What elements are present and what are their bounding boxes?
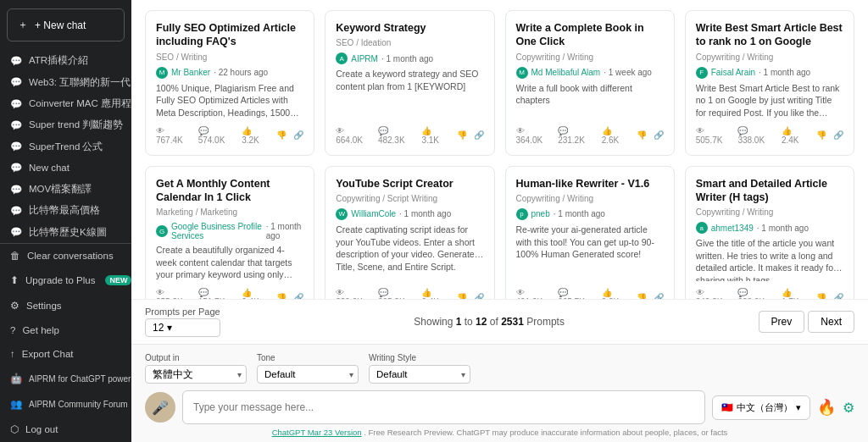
- sidebar-item-label: SuperTrend 公式: [29, 141, 103, 153]
- aiprm-fire-button[interactable]: 🔥: [817, 398, 836, 417]
- writing-style-select[interactable]: Default: [369, 365, 470, 384]
- sidebar-item-btchist[interactable]: 💬 比特幣歷史K線圖: [0, 222, 131, 243]
- author-avatar: F: [696, 67, 708, 79]
- author-time: · 1 month ago: [266, 222, 304, 240]
- author-avatar: M: [516, 67, 528, 79]
- card-stats: 👁 401.2K 💬 265.7K 👍 2.3K 👎 🔗: [516, 288, 664, 299]
- card-desc: Create a beautifully organized 4-week co…: [156, 244, 303, 281]
- tone-select[interactable]: Default: [257, 365, 359, 384]
- sidebar-item-upgrade[interactable]: ⬆ Upgrade to Plus NEW: [0, 268, 131, 293]
- author-name[interactable]: Faisal Arain: [711, 68, 755, 77]
- output-select[interactable]: 繁體中文: [145, 365, 247, 384]
- cards-area: Fully SEO Optimized Article including FA…: [131, 0, 868, 299]
- chat-input[interactable]: [182, 390, 705, 424]
- author-time: · 1 week ago: [604, 68, 652, 77]
- card-author: M Md Melibaful Alam · 1 week ago: [516, 67, 664, 79]
- aiprm-settings-button[interactable]: ⚙: [843, 400, 854, 416]
- input-row: 🎤 🇹🇼 中文（台灣） ▾ 🔥 ⚙: [145, 390, 854, 424]
- plus-icon: ＋: [18, 18, 28, 32]
- card-category: Marketing / Marketing: [156, 207, 303, 217]
- author-name[interactable]: pneb: [531, 209, 550, 218]
- author-time: · 1 month ago: [381, 54, 433, 64]
- to-label: to: [465, 316, 476, 328]
- stat-comments: 💬 338.0K: [737, 126, 775, 145]
- author-avatar: a: [696, 222, 708, 234]
- stat-views: 👁 255.3K: [156, 288, 192, 299]
- author-name[interactable]: WilliamCole: [351, 209, 396, 218]
- gear-icon: ⚙: [10, 300, 19, 312]
- sidebar-item-coinverter[interactable]: 💬 Coinverter MAC 應用程式: [0, 93, 131, 114]
- bottom-panel: Output in 繁體中文 Tone Default Writing Styl…: [131, 344, 868, 442]
- new-chat-button[interactable]: ＋ + New chat: [7, 8, 125, 41]
- card-author: W WilliamCole · 1 month ago: [336, 208, 483, 220]
- author-name[interactable]: ahmet1349: [711, 224, 754, 233]
- stat-views: 👁 767.4K: [156, 126, 192, 145]
- sidebar-item-newchat[interactable]: 💬 New chat: [0, 157, 131, 179]
- stat-views: 👁 339.8K: [336, 288, 371, 299]
- pagination-info: Showing 1 to 12 of 2531 Prompts: [414, 316, 565, 328]
- showing-label: Showing: [414, 316, 453, 328]
- author-name[interactable]: Md Melibaful Alam: [531, 68, 601, 77]
- stat-link: 🔗: [833, 130, 843, 140]
- cards-grid: Fully SEO Optimized Article including FA…: [145, 10, 854, 299]
- sidebar-item-settings[interactable]: ⚙ Settings: [0, 293, 131, 318]
- card-3[interactable]: Write Best Smart Article Best to rank no…: [685, 10, 854, 156]
- new-badge: NEW: [105, 275, 131, 285]
- card-category: SEO / Ideation: [336, 38, 483, 47]
- author-name[interactable]: Google Business Profile Services: [171, 222, 263, 240]
- help-label: Get help: [22, 325, 58, 335]
- card-title: Fully SEO Optimized Article including FA…: [156, 21, 303, 49]
- sidebar-item-community[interactable]: 👥 AIPRM Community Forum: [0, 391, 131, 417]
- sidebar-item-help[interactable]: ? Get help: [0, 318, 131, 342]
- sidebar-item-supertf[interactable]: 💬 SuperTrend 公式: [0, 136, 131, 157]
- chat-icon: 💬: [10, 162, 22, 174]
- sidebar-item-export[interactable]: ↑ Export Chat: [0, 342, 131, 366]
- card-category: Copywriting / Script Writing: [336, 194, 483, 203]
- card-author: G Google Business Profile Services · 1 m…: [156, 222, 303, 240]
- next-button[interactable]: Next: [808, 311, 854, 333]
- author-time: · 1 month ago: [399, 209, 451, 218]
- card-title: Human-like Rewriter - V1.6: [516, 177, 664, 191]
- card-2[interactable]: Write a Complete Book in One Click Copyw…: [505, 10, 675, 156]
- sidebar-item-logout[interactable]: ⬡ Log out: [0, 417, 131, 442]
- perpage-select[interactable]: 12 ▾: [145, 318, 220, 337]
- output-row: Output in 繁體中文 Tone Default Writing Styl…: [145, 353, 854, 384]
- card-category: Copywriting / Writing: [516, 52, 664, 62]
- sidebar-item-atr[interactable]: 💬 ATR插模介紹: [0, 50, 131, 71]
- card-4[interactable]: Get A Monthly Content Calendar In 1 Clic…: [145, 166, 314, 299]
- sidebar-item-mov[interactable]: 💬 MOV檔案翻譯: [0, 179, 131, 200]
- sidebar-item-label: 比特幣最高價格: [29, 204, 100, 217]
- new-chat-label: + New chat: [35, 19, 86, 31]
- sidebar-item-web3[interactable]: 💬 Web3: 互聯網的新一代: [0, 71, 131, 92]
- card-5[interactable]: YouTube Script Creator Copywriting / Scr…: [325, 166, 494, 299]
- chat-icon: 💬: [10, 226, 22, 238]
- sidebar-item-super[interactable]: 💬 Super trend 判斷趨勢: [0, 114, 131, 135]
- chatgpt-version-link[interactable]: ChatGPT Mar 23 Version: [272, 428, 362, 437]
- sidebar-item-aiprm[interactable]: 🤖 AIPRM for ChatGPT powered: [0, 366, 131, 391]
- main-content: Fully SEO Optimized Article including FA…: [131, 0, 868, 442]
- card-stats: 👁 767.4K 💬 574.0K 👍 3.2K 👎 🔗: [156, 126, 303, 145]
- card-title: Keyword Strategy: [336, 21, 483, 35]
- card-6[interactable]: Human-like Rewriter - V1.6 Copywriting /…: [505, 166, 675, 299]
- chat-icon: 💬: [10, 184, 22, 196]
- card-0[interactable]: Fully SEO Optimized Article including FA…: [145, 10, 314, 156]
- tone-group: Tone Default: [257, 353, 359, 384]
- prompts-label: Prompts: [526, 316, 565, 328]
- card-1[interactable]: Keyword Strategy SEO / Ideation A AIPRM …: [325, 10, 494, 156]
- stat-views: 👁 364.0K: [516, 126, 552, 145]
- stat-link: 🔗: [654, 130, 664, 140]
- sidebar-item-label: 比特幣歷史K線圖: [29, 226, 107, 239]
- stat-likes: 👍 2.3K: [602, 288, 630, 299]
- mic-button[interactable]: 🎤: [145, 392, 175, 423]
- card-author: p pneb · 1 month ago: [516, 208, 664, 220]
- lang-button[interactable]: 🇹🇼 中文（台灣） ▾: [712, 395, 810, 420]
- card-7[interactable]: Smart and Detailed Article Writer (H tag…: [685, 166, 854, 299]
- stat-likes: 👍 3.2K: [242, 126, 270, 145]
- sidebar-item-btc[interactable]: 💬 比特幣最高價格: [0, 200, 131, 221]
- author-time: · 1 month ago: [757, 224, 809, 233]
- author-name[interactable]: Mr Banker: [171, 68, 210, 77]
- author-name[interactable]: AIPRM: [351, 54, 378, 64]
- stat-likes: 👍 1.7K: [782, 288, 810, 299]
- sidebar-item-clear[interactable]: 🗑 Clear conversations: [0, 244, 131, 268]
- prev-button[interactable]: Prev: [759, 311, 805, 333]
